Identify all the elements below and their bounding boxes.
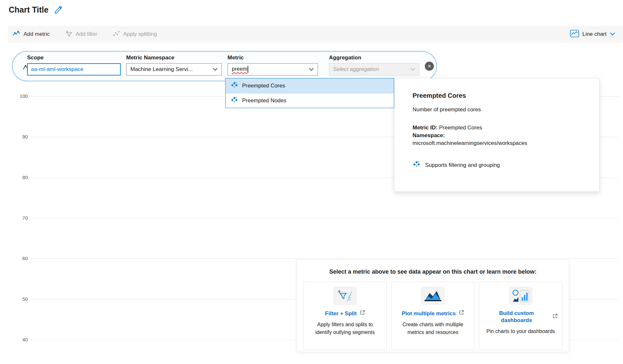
chevron-down-icon [309, 66, 314, 73]
build-dashboards-card: Build custom dashboards Pin charts to yo… [479, 282, 562, 350]
scope-label: Scope [27, 55, 121, 61]
filter-split-card: Filter + Split Apply filters and splits … [303, 282, 387, 350]
chart-header: Chart Title [9, 5, 63, 15]
gridline [31, 258, 618, 259]
line-chart-icon [570, 30, 579, 39]
card-description: Create charts with multiple metrics and … [397, 321, 469, 336]
aggregation-label: Aggregation [329, 55, 419, 61]
scope-field: Scope [27, 55, 121, 76]
metric-option-label: Preempted Nodes [242, 97, 286, 104]
apply-splitting-label: Apply splitting [123, 31, 157, 37]
add-metric-button[interactable]: Add metric [13, 30, 50, 38]
metric-option-preempted-cores[interactable]: Preempted Cores [226, 78, 394, 93]
filter-split-icon [333, 287, 357, 305]
details-namespace-value: microsoft.machinelearningservices/worksp… [413, 139, 586, 147]
plot-multiple-metrics-card: Plot multiple metrics Create charts with… [391, 282, 475, 350]
external-link-icon [552, 313, 558, 321]
remove-metric-button[interactable]: ✕ [425, 62, 434, 71]
card-description: Apply filters and splits to identify out… [309, 321, 382, 336]
metric-details-description: Number of preempted cores [413, 106, 586, 113]
chevron-down-icon [410, 66, 415, 73]
text-cursor [248, 66, 248, 73]
chart-type-selector[interactable]: Line chart [570, 30, 615, 39]
plot-multiple-metrics-link[interactable]: Plot multiple metrics [402, 310, 464, 317]
add-filter-button[interactable]: Add filter [65, 30, 97, 38]
chevron-down-icon [213, 66, 218, 73]
metric-search-text: preem [232, 66, 247, 72]
metric-details-title: Preempted Cores [413, 92, 586, 99]
y-axis-tick: 60 [9, 256, 28, 261]
namespace-select[interactable]: Machine Learning Servi... [126, 63, 222, 76]
y-axis-tick: 80 [9, 175, 28, 180]
aggregation-placeholder: Select aggregation [333, 66, 379, 73]
namespace-field: Metric Namespace Machine Learning Servi.… [126, 55, 222, 76]
y-axis-tick: 70 [9, 215, 28, 221]
metric-dropdown: Preempted Cores Preempted Nodes [225, 78, 394, 108]
external-link-icon [459, 310, 464, 317]
metric-scatter-icon [230, 81, 238, 90]
metric-details-flyout: Preempted Cores Number of preempted core… [394, 78, 599, 192]
chevron-down-icon [610, 31, 615, 37]
help-cards: Filter + Split Apply filters and splits … [297, 282, 569, 350]
capability-label: Supports filtering and grouping [425, 162, 500, 168]
external-link-icon [360, 310, 365, 317]
edit-title-icon[interactable] [54, 5, 63, 15]
details-namespace-label: Namespace: [413, 132, 445, 138]
card-link-label: Build custom dashboards [484, 310, 549, 324]
y-axis-tick: 40 [9, 337, 28, 342]
metric-field: Metric preem [228, 55, 318, 76]
apply-splitting-button[interactable]: Apply splitting [113, 30, 157, 38]
card-link-label: Filter + Split [325, 310, 357, 317]
gridline [31, 218, 618, 218]
metric-id-value: Preempted Cores [439, 125, 482, 131]
metric-details-meta: Metric ID: Preempted Cores Namespace: mi… [413, 124, 586, 147]
metric-option-label: Preempted Cores [242, 83, 285, 89]
add-filter-icon [65, 30, 72, 38]
y-axis-tick: 90 [9, 134, 28, 139]
filter-split-link[interactable]: Filter + Split [325, 310, 365, 317]
metric-capability: Supports filtering and grouping [413, 160, 586, 170]
aggregation-field: Aggregation Select aggregation [329, 55, 419, 76]
empty-chart-overlay: Select a metric above to see data appear… [297, 260, 569, 352]
empty-state-title: Select a metric above to see data appear… [297, 268, 569, 275]
namespace-label: Metric Namespace [126, 55, 222, 61]
add-metric-icon [13, 30, 20, 38]
dashboard-icon [509, 287, 533, 305]
add-filter-label: Add filter [76, 31, 97, 37]
card-description: Pin charts to your dashboards [486, 328, 555, 335]
aggregation-select: Select aggregation [329, 63, 419, 76]
y-axis-tick: 50 [9, 296, 28, 302]
add-metric-label: Add metric [24, 31, 50, 37]
metric-label: Metric [228, 55, 318, 61]
chart-type-label: Line chart [582, 31, 607, 37]
namespace-value: Machine Learning Servi... [130, 66, 193, 73]
metric-scatter-icon [413, 160, 420, 170]
metrics-explorer: 100 90 80 70 60 50 40 Chart Title [0, 0, 623, 364]
scope-input[interactable] [27, 63, 121, 76]
metric-scatter-icon [230, 96, 238, 105]
page-title: Chart Title [9, 5, 48, 15]
card-link-label: Plot multiple metrics [402, 310, 455, 317]
metric-option-preempted-nodes[interactable]: Preempted Nodes [226, 93, 394, 108]
multi-metric-chart-icon [421, 287, 445, 305]
metric-picker: Scope Metric Namespace Machine Learning … [12, 51, 437, 81]
apply-splitting-icon [113, 30, 120, 38]
metrics-toolbar: Add metric Add filter Apply splitting Li… [8, 26, 623, 43]
build-dashboards-link[interactable]: Build custom dashboards [484, 310, 558, 324]
metric-id-label: Metric ID: [413, 125, 437, 131]
y-axis-tick: 100 [9, 93, 28, 99]
metric-combobox[interactable]: preem [228, 63, 318, 76]
